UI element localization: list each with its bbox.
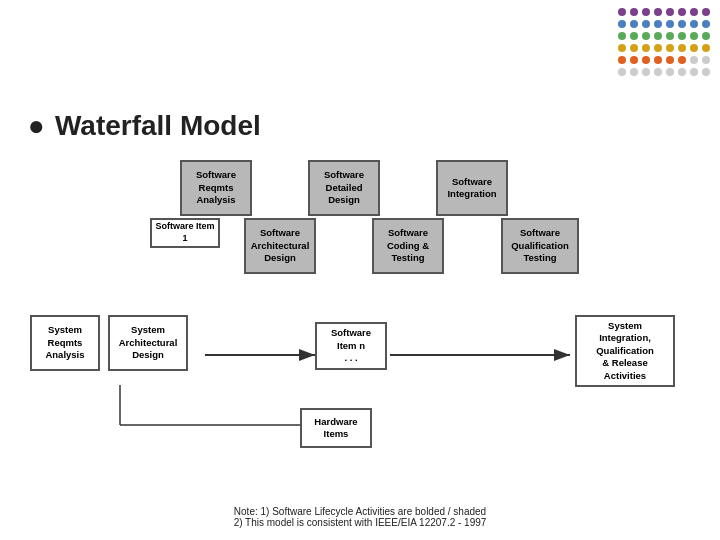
- dot: [642, 68, 650, 76]
- dot: [702, 8, 710, 16]
- sw-item1-box: Software Item 1: [150, 218, 220, 248]
- dot: [666, 56, 674, 64]
- dot: [690, 32, 698, 40]
- dot: [702, 44, 710, 52]
- dot: [654, 8, 662, 16]
- dot: [642, 32, 650, 40]
- hw-items-label: Hardware Items: [314, 416, 357, 441]
- hw-items-box: Hardware Items: [300, 408, 372, 448]
- sw-qual-label: Software Qualification Testing: [511, 227, 569, 264]
- dot: [642, 20, 650, 28]
- sw-arch-box: Software Architectural Design: [244, 218, 316, 274]
- sys-integ-box: System Integration, Qualification & Rele…: [575, 315, 675, 387]
- dot: [690, 56, 698, 64]
- dot: [702, 20, 710, 28]
- dot: [630, 32, 638, 40]
- dot: [618, 8, 626, 16]
- dot-grid: [618, 8, 712, 78]
- dot: [678, 32, 686, 40]
- dot: [702, 68, 710, 76]
- sys-integ-label: System Integration, Qualification & Rele…: [596, 320, 654, 382]
- dot: [654, 20, 662, 28]
- dot: [702, 32, 710, 40]
- dot: [678, 56, 686, 64]
- dot: [618, 56, 626, 64]
- dot: [618, 20, 626, 28]
- dot: [666, 32, 674, 40]
- dot: [678, 68, 686, 76]
- dot: [630, 56, 638, 64]
- dot: [630, 68, 638, 76]
- note-line-2: 2) This model is consistent with IEEE/EI…: [234, 517, 487, 528]
- dot: [618, 32, 626, 40]
- dot: [630, 8, 638, 16]
- sw-integration-box: Software Integration: [436, 160, 508, 216]
- sw-qual-box: Software Qualification Testing: [501, 218, 579, 274]
- sw-arch-label: Software Architectural Design: [251, 227, 310, 264]
- dot: [654, 56, 662, 64]
- sw-reqmts-label: Software Reqmts Analysis: [196, 169, 236, 206]
- dot: [690, 20, 698, 28]
- note-line-1: Note: 1) Software Lifecycle Activities a…: [234, 506, 487, 517]
- note-area: Note: 1) Software Lifecycle Activities a…: [234, 506, 487, 528]
- waterfall-diagram: Software Reqmts Analysis Software Detail…: [30, 160, 690, 490]
- bullet-point: ●: [28, 110, 45, 142]
- sys-arch-label: System Architectural Design: [119, 324, 178, 361]
- sw-detailed-box: Software Detailed Design: [308, 160, 380, 216]
- dot: [690, 68, 698, 76]
- dot: [642, 44, 650, 52]
- sys-reqmts-label: System Reqmts Analysis: [45, 324, 84, 361]
- dot: [666, 8, 674, 16]
- dot: [678, 8, 686, 16]
- dot: [630, 20, 638, 28]
- sys-arch-box: System Architectural Design: [108, 315, 188, 371]
- dot: [666, 44, 674, 52]
- dot: [690, 8, 698, 16]
- dot: [642, 56, 650, 64]
- sw-reqmts-box: Software Reqmts Analysis: [180, 160, 252, 216]
- sw-integration-label: Software Integration: [447, 176, 496, 201]
- sys-reqmts-box: System Reqmts Analysis: [30, 315, 100, 371]
- dot: [654, 68, 662, 76]
- dot: [654, 32, 662, 40]
- page-title: ● Waterfall Model: [28, 110, 261, 142]
- sw-coding-label: Software Coding & Testing: [387, 227, 429, 264]
- dot: [618, 44, 626, 52]
- title-text: Waterfall Model: [55, 110, 261, 142]
- dot: [666, 20, 674, 28]
- sw-coding-box: Software Coding & Testing: [372, 218, 444, 274]
- dot: [666, 68, 674, 76]
- sw-item-n-label: Software Item n . . .: [331, 327, 371, 364]
- sw-item-n-box: Software Item n . . .: [315, 322, 387, 370]
- dot: [678, 20, 686, 28]
- sw-item1-label: Software Item 1: [155, 221, 215, 244]
- sw-detailed-label: Software Detailed Design: [324, 169, 364, 206]
- dot: [690, 44, 698, 52]
- dot: [678, 44, 686, 52]
- dot: [642, 8, 650, 16]
- dot: [702, 56, 710, 64]
- dot: [654, 44, 662, 52]
- dot: [618, 68, 626, 76]
- dot: [630, 44, 638, 52]
